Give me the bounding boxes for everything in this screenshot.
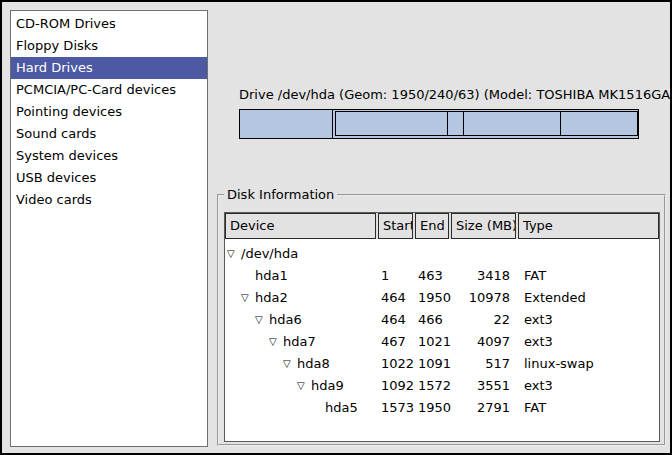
table-header-row: Device Start End Size (MB) Type [225, 213, 659, 239]
partition-segment-hda7 [336, 112, 448, 135]
device-name: hda6 [269, 309, 302, 331]
table-row-hda2[interactable]: ▽ hda2 464 1950 10978 Extended [225, 287, 659, 309]
expander-icon[interactable]: ▽ [297, 375, 311, 397]
sidebar-item-floppy-disks[interactable]: Floppy Disks [11, 35, 207, 57]
table-row-hda9[interactable]: ▽ hda9 1092 1572 3551 ext3 [225, 375, 659, 397]
column-header-device[interactable]: Device [225, 213, 376, 239]
table-row-dev-hda[interactable]: ▽ /dev/hda [225, 243, 659, 265]
device-name: hda5 [325, 397, 358, 419]
device-name: hda7 [283, 331, 316, 353]
column-header-type[interactable]: Type [518, 213, 659, 239]
sidebar-item-cdrom-drives[interactable]: CD-ROM Drives [11, 13, 207, 35]
partition-segment-hda8 [448, 112, 464, 135]
device-name: hda8 [297, 353, 330, 375]
sidebar-item-system-devices[interactable]: System devices [11, 145, 207, 167]
partition-segment-hda5 [561, 112, 637, 135]
device-name: /dev/hda [241, 243, 298, 265]
sidebar-item-video-cards[interactable]: Video cards [11, 189, 207, 211]
column-header-size[interactable]: Size (MB) [451, 213, 516, 239]
device-category-list: CD-ROM Drives Floppy Disks Hard Drives P… [10, 10, 208, 447]
hardware-browser-window: CD-ROM Drives Floppy Disks Hard Drives P… [0, 0, 672, 455]
column-header-end[interactable]: End [415, 213, 449, 239]
partition-bar [239, 109, 639, 139]
partition-segment-hda2-extended [335, 111, 638, 136]
disk-information-label: Disk Information [224, 187, 337, 202]
device-name: hda2 [255, 287, 288, 309]
table-row-hda1[interactable]: ▽ hda1 1 463 3418 FAT [225, 265, 659, 287]
device-name: hda1 [255, 265, 288, 287]
table-row-hda5[interactable]: ▽ hda5 1573 1950 2791 FAT [225, 397, 659, 419]
sidebar-item-usb-devices[interactable]: USB devices [11, 167, 207, 189]
sidebar-item-pointing-devices[interactable]: Pointing devices [11, 101, 207, 123]
sidebar-item-pcmcia-devices[interactable]: PCMCIA/PC-Card devices [11, 79, 207, 101]
expander-icon[interactable]: ▽ [283, 353, 297, 375]
expander-icon[interactable]: ▽ [269, 331, 283, 353]
drive-title: Drive /dev/hda (Geom: 1950/240/63) (Mode… [239, 87, 672, 102]
partition-table: Device Start End Size (MB) Type ▽ /dev/h… [224, 212, 660, 442]
column-header-start[interactable]: Start [378, 213, 413, 239]
expander-icon[interactable]: ▽ [241, 287, 255, 309]
partition-segment-hda1 [240, 110, 333, 138]
expander-icon[interactable]: ▽ [255, 309, 269, 331]
expander-icon[interactable]: ▽ [227, 243, 241, 265]
device-name: hda9 [311, 375, 344, 397]
table-row-hda6[interactable]: ▽ hda6 464 466 22 ext3 [225, 309, 659, 331]
partition-segment-hda9 [464, 112, 561, 135]
sidebar-item-sound-cards[interactable]: Sound cards [11, 123, 207, 145]
table-body: ▽ /dev/hda ▽ hda1 1 463 3418 FAT [225, 239, 659, 419]
table-row-hda8[interactable]: ▽ hda8 1022 1091 517 linux-swap [225, 353, 659, 375]
table-row-hda7[interactable]: ▽ hda7 467 1021 4097 ext3 [225, 331, 659, 353]
sidebar-item-hard-drives[interactable]: Hard Drives [11, 57, 207, 79]
